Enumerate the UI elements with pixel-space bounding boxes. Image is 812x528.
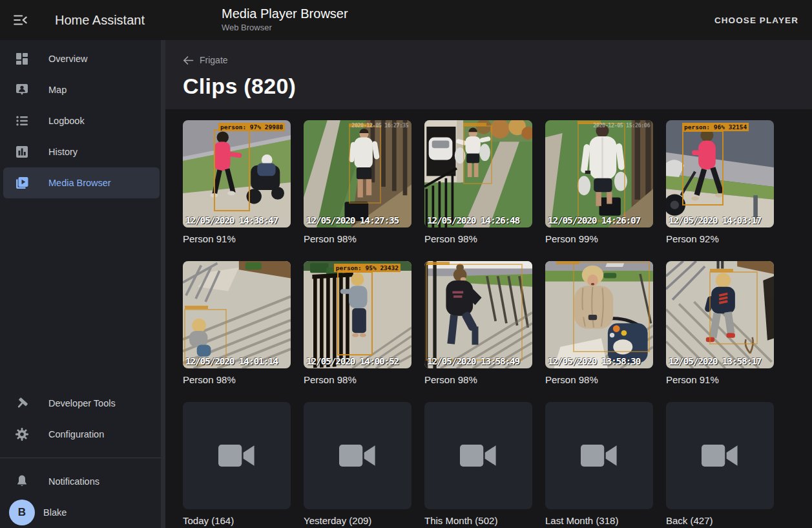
user-avatar: B <box>9 500 35 525</box>
detection-bbox <box>349 126 381 204</box>
folder-thumbnail <box>183 402 291 509</box>
clip-timestamp-overlay: 12/05/2020 13:58:49 <box>427 356 519 366</box>
clip-card[interactable]: 12/05/2020 14:26:48 Person 98% <box>424 120 532 244</box>
sidebar-item-label: History <box>48 147 78 157</box>
user-name: Blake <box>43 507 67 518</box>
sidebar-spacer <box>0 198 165 388</box>
sidebar-scrollbar[interactable] <box>161 40 165 528</box>
clip-card[interactable]: 12/05/2020 13:58:17 Person 91% <box>666 261 774 385</box>
sidebar-item-developer-tools[interactable]: Developer Tools <box>3 388 160 419</box>
clip-timestamp-overlay: 12/05/2020 14:01:14 <box>185 356 278 366</box>
sidebar-item-label: Configuration <box>48 429 104 439</box>
sidebar-item-media-browser[interactable]: Media Browser <box>3 167 160 198</box>
folder-thumbnail <box>424 402 532 509</box>
gear-icon <box>14 427 30 442</box>
clip-thumbnail: person: 96% 32154 12/05/2020 14:03:17 <box>666 120 774 227</box>
folder-thumbnail <box>666 402 774 509</box>
folder-caption: Today (164) <box>183 515 291 526</box>
page-title: Clips (820) <box>183 74 794 99</box>
clips-grid: person: 97% 29988 12/05/2020 14:38:47 Pe… <box>183 120 794 526</box>
detection-label-chip <box>710 269 733 272</box>
clip-thumbnail: 12/05/2020 13:58:30 <box>545 261 653 368</box>
clip-caption: Person 98% <box>545 374 653 385</box>
main-panel: Frigate Clips (820) <box>165 40 812 528</box>
sidebar-divider <box>0 458 165 458</box>
app-window: Home Assistant Media Player Browser Web … <box>0 0 812 528</box>
sidebar-item-logbook[interactable]: Logbook <box>3 105 160 136</box>
panel-title-block: Media Player Browser Web Browser <box>222 6 348 32</box>
clip-thumbnail: person: 97% 29988 12/05/2020 14:38:47 <box>183 120 291 227</box>
detection-bbox <box>426 264 523 360</box>
clip-timestamp-overlay: 12/05/2020 13:58:17 <box>669 356 761 366</box>
folder-card-today[interactable]: Today (164) <box>183 402 291 526</box>
detection-bbox <box>214 129 249 211</box>
video-camera-icon <box>218 443 256 469</box>
sidebar-item-user[interactable]: B Blake <box>3 497 160 528</box>
sidebar-item-label: Map <box>48 85 67 95</box>
sidebar-item-label: Notifications <box>48 476 99 487</box>
map-icon <box>14 82 30 98</box>
back-arrow-icon <box>183 56 194 65</box>
folder-card-back[interactable]: Back (427) <box>666 402 774 526</box>
breadcrumb-label: Frigate <box>200 55 228 65</box>
clip-caption: Person 98% <box>304 233 411 244</box>
folder-caption: This Month (502) <box>424 515 532 526</box>
sidebar-item-notifications[interactable]: Notifications <box>3 466 160 497</box>
folder-card-this-month[interactable]: This Month (502) <box>424 402 532 526</box>
clip-card[interactable]: 12/05/2020 13:58:30 Person 98% <box>545 261 653 385</box>
detection-bbox <box>463 125 492 184</box>
sidebar-item-history[interactable]: History <box>3 136 160 167</box>
sidebar-item-label: Developer Tools <box>48 398 116 408</box>
choose-player-button[interactable]: CHOOSE PLAYER <box>714 16 798 25</box>
clip-card[interactable]: person: 95% 23432 12/05/2020 14:00:52 Pe… <box>304 261 411 385</box>
camera-timestamp-overlay: 2020-12-05 15:26:06 <box>593 122 650 129</box>
clip-timestamp-overlay: 12/05/2020 14:26:48 <box>427 215 519 226</box>
folder-card-last-month[interactable]: Last Month (318) <box>545 402 653 526</box>
app-title: Home Assistant <box>55 13 145 28</box>
sidebar-item-configuration[interactable]: Configuration <box>3 419 160 450</box>
clip-caption: Person 91% <box>666 374 774 385</box>
clip-card[interactable]: person: 97% 29988 12/05/2020 14:38:47 Pe… <box>183 120 291 244</box>
detection-bbox <box>337 271 373 355</box>
panel-subtitle: Web Browser <box>222 23 348 32</box>
breadcrumb[interactable]: Frigate <box>183 55 228 65</box>
clip-thumbnail: 12/05/2020 13:58:49 <box>424 261 532 368</box>
top-app-bar: Home Assistant Media Player Browser Web … <box>0 0 812 40</box>
clip-caption: Person 98% <box>424 374 532 385</box>
detection-bbox <box>709 271 758 344</box>
sidebar-toggle-icon[interactable] <box>12 12 29 28</box>
folder-thumbnail <box>304 402 411 509</box>
detection-label: person: 97% 29988 <box>218 123 285 131</box>
clip-thumbnail: person: 95% 23432 12/05/2020 14:00:52 <box>304 261 411 368</box>
sidebar-item-label: Overview <box>48 54 87 64</box>
clip-card[interactable]: 12/05/2020 13:58:49 Person 98% <box>424 261 532 385</box>
clip-caption: Person 98% <box>183 374 291 385</box>
clip-timestamp-overlay: 12/05/2020 14:03:17 <box>669 215 761 226</box>
sidebar: Overview Map Logbook History <box>0 40 165 528</box>
folder-card-yesterday[interactable]: Yesterday (209) <box>304 402 411 526</box>
clip-thumbnail: 12/05/2020 14:01:14 <box>183 261 291 368</box>
detection-label-chip <box>556 261 579 264</box>
sidebar-item-overview[interactable]: Overview <box>3 43 160 74</box>
detection-bbox <box>578 123 625 222</box>
clip-timestamp-overlay: 12/05/2020 13:58:30 <box>548 356 640 366</box>
clip-thumbnail: 2020-12-05 16:27:35 12/05/2020 14:27:35 <box>304 120 411 227</box>
logbook-icon <box>14 113 30 129</box>
folder-caption: Last Month (318) <box>545 515 653 526</box>
folder-thumbnail <box>545 402 653 509</box>
clip-thumbnail: 12/05/2020 13:58:17 <box>666 261 774 368</box>
clip-card[interactable]: 12/05/2020 14:01:14 Person 98% <box>183 261 291 385</box>
history-chart-icon <box>14 144 30 160</box>
bell-icon <box>14 474 30 489</box>
sidebar-item-map[interactable]: Map <box>3 74 160 105</box>
clip-card[interactable]: 2020-12-05 15:26:06 12/05/2020 14:26:07 … <box>545 120 653 244</box>
folder-caption: Yesterday (209) <box>304 515 411 526</box>
clip-timestamp-overlay: 12/05/2020 14:27:35 <box>306 215 399 226</box>
clip-card[interactable]: person: 96% 32154 12/05/2020 14:03:17 Pe… <box>666 120 774 244</box>
detection-label: person: 95% 23432 <box>334 264 401 272</box>
clip-timestamp-overlay: 12/05/2020 14:26:07 <box>548 215 640 226</box>
folder-caption: Back (427) <box>666 515 774 526</box>
clip-timestamp-overlay: 12/05/2020 14:38:47 <box>185 215 278 226</box>
clip-card[interactable]: 2020-12-05 16:27:35 12/05/2020 14:27:35 … <box>304 120 411 244</box>
clip-caption: Person 99% <box>545 233 653 244</box>
